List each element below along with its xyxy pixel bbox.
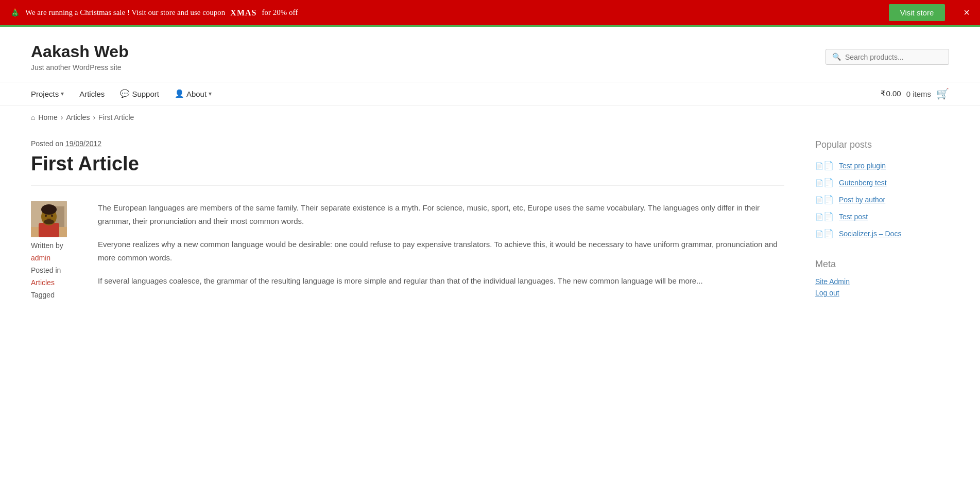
- banner-text-after: for 20% off: [262, 8, 298, 17]
- article-meta: Posted on 19/09/2012: [31, 139, 784, 148]
- article-paragraph-3: If several languages coalesce, the gramm…: [98, 274, 784, 288]
- meta-link-site-admin[interactable]: Site Admin: [815, 277, 949, 286]
- popular-post-link-1[interactable]: Test pro plugin: [839, 162, 886, 170]
- person-icon: 👤: [175, 89, 184, 98]
- article-author-section: Written by admin Posted in Articles Tagg…: [31, 201, 784, 299]
- svg-point-11: [44, 219, 54, 224]
- nav-projects-chevron: ▾: [61, 90, 64, 97]
- popular-post-link-2[interactable]: Gutenberg test: [839, 179, 887, 187]
- popular-post-link-5[interactable]: Socializer.js – Docs: [839, 230, 901, 238]
- search-icon: 🔍: [832, 52, 841, 61]
- author-written-by-label: Written by: [31, 241, 63, 250]
- doc-icon-3: 📄: [815, 195, 834, 204]
- search-box[interactable]: 🔍: [826, 49, 949, 65]
- doc-icon-5: 📄: [815, 229, 834, 238]
- breadcrumb-current: First Article: [98, 113, 134, 121]
- breadcrumb-sep-1: ›: [61, 113, 63, 121]
- breadcrumb: ⌂ Home › Articles › First Article: [0, 106, 980, 129]
- header-search: 🔍: [826, 49, 949, 65]
- tagged-label: Tagged: [31, 291, 55, 299]
- coupon-code: XMAS: [230, 8, 256, 17]
- author-avatar: [31, 201, 67, 237]
- nav-about-label: About: [186, 90, 207, 98]
- nav-cart[interactable]: ₹0.00 0 items 🛒: [881, 87, 949, 100]
- article-paragraph-2: Everyone realizes why a new common langu…: [98, 238, 784, 264]
- breadcrumb-articles[interactable]: Articles: [66, 113, 90, 121]
- cart-amount: ₹0.00: [881, 89, 901, 98]
- nav-item-projects[interactable]: Projects ▾: [31, 90, 64, 98]
- article-area: Posted on 19/09/2012 First Article: [31, 139, 784, 300]
- popular-posts-title: Popular posts: [815, 139, 949, 150]
- popular-post-item: 📄 Test post: [815, 212, 949, 221]
- close-banner-button[interactable]: ×: [964, 7, 970, 19]
- article-date-link[interactable]: 19/09/2012: [65, 139, 101, 148]
- svg-point-8: [45, 215, 47, 217]
- breadcrumb-sep-2: ›: [93, 113, 95, 121]
- top-banner: 🎄 We are running a Christmas sale ! Visi…: [0, 0, 980, 27]
- nav-projects-label: Projects: [31, 90, 59, 98]
- author-name-link[interactable]: admin: [31, 254, 50, 262]
- nav-left: Projects ▾ Articles 💬 Support 👤 About ▾: [31, 89, 212, 98]
- posted-in-value-link[interactable]: Articles: [31, 278, 55, 287]
- popular-post-item: 📄 Socializer.js – Docs: [815, 229, 949, 238]
- popular-post-item: 📄 Test pro plugin: [815, 161, 949, 170]
- cart-items-count: 0 items: [906, 90, 931, 98]
- search-input[interactable]: [845, 53, 942, 61]
- breadcrumb-home[interactable]: Home: [38, 113, 57, 121]
- article-paragraph-1: The European languages are members of th…: [98, 201, 784, 227]
- meta-title: Meta: [815, 259, 949, 270]
- banner-message: 🎄 We are running a Christmas sale ! Visi…: [10, 8, 298, 17]
- christmas-tree-icon: 🎄: [10, 8, 20, 17]
- svg-point-7: [41, 204, 57, 215]
- popular-post-item: 📄 Gutenberg test: [815, 178, 949, 187]
- popular-post-item: 📄 Post by author: [815, 195, 949, 204]
- doc-icon-2: 📄: [815, 178, 834, 187]
- main-content: Posted on 19/09/2012 First Article: [0, 129, 980, 310]
- article-body: The European languages are members of th…: [98, 201, 784, 299]
- home-icon: ⌂: [31, 113, 35, 121]
- doc-icon-4: 📄: [815, 212, 834, 221]
- visit-store-button[interactable]: Visit store: [889, 4, 945, 21]
- sidebar: Popular posts 📄 Test pro plugin 📄 Gutenb…: [815, 139, 949, 300]
- meta-link-log-out[interactable]: Log out: [815, 289, 949, 297]
- nav-item-support[interactable]: 💬 Support: [120, 89, 159, 98]
- popular-post-link-4[interactable]: Test post: [839, 213, 868, 221]
- nav-about-chevron: ▾: [209, 90, 212, 97]
- nav-item-about[interactable]: 👤 About ▾: [175, 89, 212, 98]
- cart-icon: 🛒: [936, 87, 949, 100]
- svg-point-9: [51, 215, 53, 217]
- posted-on-label: Posted on: [31, 139, 63, 148]
- author-block: Written by admin Posted in Articles Tagg…: [31, 201, 82, 299]
- popular-post-link-3[interactable]: Post by author: [839, 196, 885, 204]
- site-header: Aakash Web Just another WordPress site 🔍: [0, 27, 980, 82]
- site-branding: Aakash Web Just another WordPress site: [31, 42, 129, 72]
- doc-icon-1: 📄: [815, 161, 834, 170]
- site-tagline: Just another WordPress site: [31, 63, 129, 72]
- site-title: Aakash Web: [31, 42, 129, 61]
- posted-in-label: Posted in: [31, 266, 61, 274]
- site-nav: Projects ▾ Articles 💬 Support 👤 About ▾ …: [0, 82, 980, 106]
- nav-item-articles[interactable]: Articles: [79, 90, 105, 98]
- article-title: First Article: [31, 153, 784, 186]
- nav-support-label: Support: [132, 90, 159, 98]
- chat-icon: 💬: [120, 89, 130, 98]
- nav-articles-label: Articles: [79, 90, 105, 98]
- banner-text-before: We are running a Christmas sale ! Visit …: [25, 8, 225, 17]
